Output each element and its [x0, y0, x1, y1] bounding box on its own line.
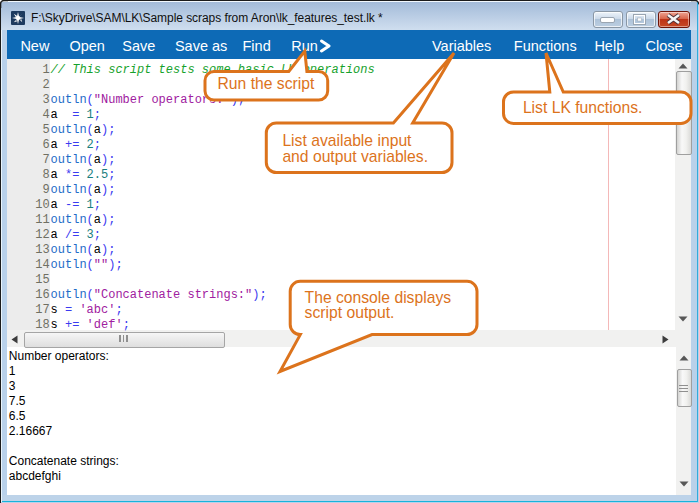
svg-text:Run the script: Run the script	[218, 75, 315, 92]
svg-text:script output.: script output.	[305, 304, 395, 321]
svg-text:The console displays: The console displays	[305, 289, 452, 306]
svg-text:List available input: List available input	[282, 132, 412, 149]
svg-text:List LK functions.: List LK functions.	[523, 99, 642, 116]
svg-text:and output variables.: and output variables.	[282, 148, 428, 165]
